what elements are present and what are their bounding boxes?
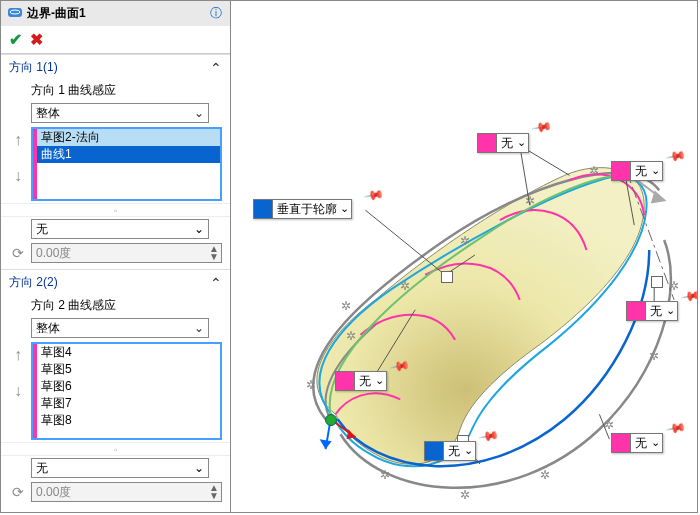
dir1-tangent-value: 无 (36, 221, 48, 238)
svg-text:✲: ✲ (589, 164, 599, 178)
spinner-icon[interactable]: ▲▼ (209, 245, 219, 261)
dir2-influence-combo[interactable]: 整体 ⌄ (31, 318, 209, 338)
dir2-group-header[interactable]: 方向 2(2) ⌃ (1, 269, 230, 295)
collapse-icon: ⌃ (210, 275, 222, 291)
dir1-angle-input: 0.00度 ▲▼ (31, 243, 222, 263)
dir1-group-label: 方向 1(1) (9, 59, 58, 76)
cancel-button[interactable]: ✖ (30, 30, 43, 49)
dir2-movedown-button[interactable]: ↓ (9, 382, 27, 400)
callout-value: 无 (448, 443, 460, 460)
svg-text:✲: ✲ (306, 378, 316, 392)
ok-button[interactable]: ✔ (9, 30, 22, 49)
dir1-moveup-button[interactable]: ↑ (9, 131, 27, 149)
dir1-curve-listbox[interactable]: 草图2-法向 曲线1 (31, 127, 222, 201)
dir2-tangent-value: 无 (36, 460, 48, 477)
callout-color-chip (611, 433, 631, 453)
feature-icon (7, 4, 23, 23)
dir1-angle-value: 0.00度 (36, 245, 71, 262)
dir2-slider[interactable]: ◦ (1, 442, 230, 456)
origin-dot (325, 414, 337, 426)
pm-title-text: 边界-曲面1 (27, 5, 86, 22)
chevron-down-icon: ⌄ (651, 436, 660, 449)
dir2-group-label: 方向 2(2) (9, 274, 58, 291)
chevron-down-icon: ⌄ (194, 461, 204, 475)
svg-marker-20 (320, 439, 332, 449)
callout-value: 垂直于轮廓 (277, 201, 337, 218)
chevron-down-icon: ⌄ (194, 321, 204, 335)
callout-value: 无 (635, 435, 647, 452)
dir2-influence-value: 整体 (36, 320, 60, 337)
help-icon[interactable]: ⓘ (208, 6, 224, 22)
callout-color-chip (626, 301, 646, 321)
svg-text:✲: ✲ (380, 468, 390, 482)
dir1-tangent-combo[interactable]: 无 ⌄ (31, 219, 209, 239)
property-manager: 边界-曲面1 ⓘ ✔ ✖ 方向 1(1) ⌃ 方向 1 曲线感应 整体 ⌄ ↑ … (1, 1, 231, 512)
dir2-curve-listbox[interactable]: 草图4 草图5 草图6 草图7 草图8 (31, 342, 222, 440)
dir2-tangent-combo[interactable]: 无 ⌄ (31, 458, 209, 478)
dir1-influence-combo[interactable]: 整体 ⌄ (31, 103, 209, 123)
chevron-down-icon: ⌄ (666, 304, 675, 317)
svg-line-21 (365, 210, 445, 275)
rotate-icon[interactable]: ⟳ (9, 484, 27, 500)
svg-text:✲: ✲ (525, 194, 535, 208)
list-item[interactable]: 草图8 (37, 412, 220, 429)
svg-text:✲: ✲ (346, 329, 356, 343)
callout-dir2-b[interactable]: 无⌄ (611, 161, 663, 181)
dir1-influence-value: 整体 (36, 105, 60, 122)
list-item[interactable]: 草图4 (37, 344, 220, 361)
svg-text:✲: ✲ (341, 299, 351, 313)
dir1-slider[interactable]: ◦ (1, 203, 230, 217)
list-item[interactable]: 草图2-法向 (37, 129, 220, 146)
callout-dir2-f[interactable]: 无⌄ (611, 433, 663, 453)
svg-text:✲: ✲ (460, 488, 470, 502)
list-item[interactable]: 草图7 (37, 395, 220, 412)
svg-text:✲: ✲ (649, 349, 659, 363)
dir1-influence-label: 方向 1 曲线感应 (1, 80, 230, 101)
chevron-down-icon: ⌄ (340, 202, 349, 215)
chevron-down-icon: ⌄ (194, 106, 204, 120)
graphics-area[interactable]: ✲✲✲ ✲✲✲ ✲✲✲ ✲✲✲ ✲ (231, 1, 697, 512)
callout-dir2-d[interactable]: 无⌄ (335, 371, 387, 391)
callout-dir1-perp[interactable]: 垂直于轮廓⌄ (253, 199, 352, 219)
pm-okcancel-bar: ✔ ✖ (1, 26, 230, 54)
list-item[interactable]: 曲线1 (37, 146, 220, 163)
callout-color-chip (253, 199, 273, 219)
dir2-moveup-button[interactable]: ↑ (9, 346, 27, 364)
svg-text:✲: ✲ (669, 279, 679, 293)
chevron-down-icon: ⌄ (375, 374, 384, 387)
svg-text:✲: ✲ (400, 279, 410, 293)
svg-text:✲: ✲ (540, 468, 550, 482)
chevron-down-icon: ⌄ (517, 136, 526, 149)
callout-value: 无 (650, 303, 662, 320)
callout-color-chip (477, 133, 497, 153)
callout-color-chip (424, 441, 444, 461)
chevron-down-icon: ⌄ (464, 444, 473, 457)
callout-value: 无 (635, 163, 647, 180)
dir1-group-header[interactable]: 方向 1(1) ⌃ (1, 54, 230, 80)
list-item[interactable]: 草图5 (37, 361, 220, 378)
callout-color-chip (611, 161, 631, 181)
surface-body[interactable] (317, 168, 644, 465)
collapse-icon: ⌃ (210, 60, 222, 76)
callout-color-chip (335, 371, 355, 391)
svg-text:✲: ✲ (460, 234, 470, 248)
dir2-angle-input: 0.00度 ▲▼ (31, 482, 222, 502)
dir2-influence-label: 方向 2 曲线感应 (1, 295, 230, 316)
list-item[interactable]: 草图6 (37, 378, 220, 395)
chevron-down-icon: ⌄ (194, 222, 204, 236)
chevron-down-icon: ⌄ (651, 164, 660, 177)
svg-marker-16 (652, 192, 664, 202)
spinner-icon[interactable]: ▲▼ (209, 484, 219, 500)
leader-handle[interactable] (651, 276, 663, 288)
dir2-angle-value: 0.00度 (36, 484, 71, 501)
callout-value: 无 (501, 135, 513, 152)
dir1-movedown-button[interactable]: ↓ (9, 167, 27, 185)
callout-dir2-a[interactable]: 无⌄ (477, 133, 529, 153)
callout-dir2-c[interactable]: 无⌄ (626, 301, 678, 321)
callout-value: 无 (359, 373, 371, 390)
callout-dir1-e[interactable]: 无⌄ (424, 441, 476, 461)
leader-handle[interactable] (441, 271, 453, 283)
pm-title-bar: 边界-曲面1 ⓘ (1, 1, 230, 26)
rotate-icon[interactable]: ⟳ (9, 245, 27, 261)
